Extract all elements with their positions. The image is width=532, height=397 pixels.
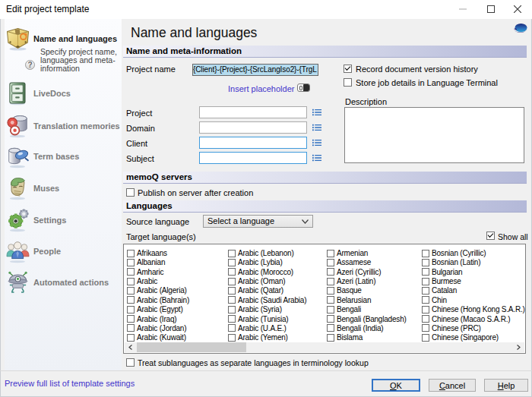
sidebar-item-livedocs[interactable]: LiveDocs	[5, 82, 122, 105]
sidebar-item-automated-actions[interactable]: Automated actions	[5, 271, 122, 294]
show-all-checkbox[interactable]	[486, 232, 495, 240]
language-checkbox[interactable]	[327, 259, 334, 266]
language-label: Assamese	[337, 259, 371, 266]
subject-list-button[interactable]	[311, 152, 323, 164]
domain-label: Domain	[126, 124, 155, 133]
language-checkbox[interactable]	[228, 250, 236, 257]
language-label: Arabic (Kuwait)	[137, 334, 186, 342]
sidebar-item-term-bases[interactable]: Term bases	[5, 145, 122, 168]
language-checkbox[interactable]	[228, 296, 236, 304]
sidebar-item-label: Muses	[33, 184, 59, 193]
language-checkbox[interactable]	[422, 259, 429, 266]
section-header-languages: Languages	[123, 200, 527, 213]
sidebar-item-label: Settings	[33, 216, 66, 225]
language-checkbox[interactable]	[422, 250, 429, 257]
language-label: Chin	[432, 297, 447, 304]
language-checkbox[interactable]	[327, 306, 334, 314]
description-textarea[interactable]	[344, 107, 524, 163]
scrollbar-thumb[interactable]	[137, 342, 246, 352]
language-label: Chinese (Macao S.A.R.)	[432, 316, 510, 323]
project-list-button[interactable]	[311, 106, 323, 118]
scroll-right-button[interactable]	[513, 342, 524, 352]
language-checkbox[interactable]	[228, 278, 236, 285]
language-checkbox[interactable]	[422, 315, 429, 323]
language-label: Arabic (Egypt)	[137, 306, 183, 314]
project-name-selected-text: {Client}-{Project}-{SrcLangIso2}-{TrgL	[193, 65, 318, 75]
language-label: Bengali	[337, 306, 361, 314]
insert-placeholder-link[interactable]: Insert placeholder	[228, 84, 294, 93]
language-label: Arabic (Lybia)	[238, 259, 283, 266]
scroll-left-icon	[128, 345, 132, 350]
project-input[interactable]	[199, 106, 307, 118]
language-checkbox[interactable]	[228, 324, 236, 332]
language-checkbox[interactable]	[422, 296, 429, 304]
publish-on-server-checkbox[interactable]	[126, 188, 135, 197]
language-label: Bengali (India)	[337, 325, 383, 332]
language-checkbox[interactable]	[422, 278, 429, 285]
project-name-input[interactable]: {Client}-{Project}-{SrcLangIso2}-{TrgL	[192, 64, 318, 76]
project-label: Project	[126, 109, 152, 118]
language-checkbox[interactable]	[422, 268, 429, 276]
gear-icon	[7, 209, 29, 231]
sidebar-item-muses[interactable]: Muses	[5, 177, 122, 200]
language-label: Arabic (Algeria)	[137, 287, 187, 295]
sidebar-item-settings[interactable]: Settings	[5, 209, 122, 232]
bullet-list-icon	[312, 109, 321, 116]
client-list-button[interactable]	[311, 137, 323, 149]
minimize-button[interactable]	[451, 0, 474, 18]
maximize-button[interactable]	[480, 0, 502, 18]
store-job-details-checkbox[interactable]	[344, 78, 352, 87]
language-checkbox[interactable]	[127, 334, 135, 342]
language-checkbox[interactable]	[228, 334, 236, 342]
subject-input[interactable]	[199, 152, 307, 164]
language-checkbox[interactable]	[327, 287, 334, 295]
placeholder-toggle-icon[interactable]	[297, 83, 310, 92]
record-version-history-checkbox[interactable]	[344, 65, 352, 73]
language-checkbox[interactable]	[327, 334, 334, 342]
sidebar-item-translation-memories[interactable]: Translation memories	[5, 115, 122, 137]
language-checkbox[interactable]	[127, 278, 135, 285]
language-checkbox[interactable]	[327, 268, 334, 276]
language-checkbox[interactable]	[127, 296, 135, 304]
treat-sublanguages-checkbox[interactable]	[126, 358, 135, 367]
termbase-icon	[7, 145, 29, 167]
language-checkbox[interactable]	[327, 296, 334, 304]
language-checkbox[interactable]	[327, 324, 334, 332]
language-checkbox[interactable]	[327, 250, 334, 257]
language-checkbox[interactable]	[422, 287, 429, 295]
domain-input[interactable]	[199, 121, 307, 134]
language-checkbox[interactable]	[422, 324, 429, 332]
language-checkbox[interactable]	[327, 278, 334, 285]
language-checkbox[interactable]	[422, 306, 429, 314]
language-checkbox[interactable]	[127, 324, 135, 332]
language-label: Arabic (Iraq)	[137, 316, 176, 323]
language-label: Arabic	[137, 278, 157, 285]
close-button[interactable]	[506, 0, 529, 18]
language-checkbox[interactable]	[228, 287, 236, 295]
language-checkbox[interactable]	[228, 268, 236, 276]
ok-button[interactable]: OK	[372, 379, 420, 392]
language-checkbox[interactable]	[127, 306, 135, 314]
help-button[interactable]: Help	[484, 379, 528, 392]
client-input[interactable]	[199, 137, 307, 149]
domain-list-button[interactable]	[311, 121, 323, 134]
sidebar-selected-description: Specify project name, languages and meta…	[40, 48, 119, 73]
language-checkbox[interactable]	[422, 334, 429, 342]
target-languages-label: Target language(s)	[126, 232, 196, 241]
preview-template-settings-link[interactable]: Preview full list of template settings	[5, 379, 135, 388]
language-checkbox[interactable]	[127, 250, 135, 257]
language-checkbox[interactable]	[127, 268, 135, 276]
language-checkbox[interactable]	[228, 259, 236, 266]
language-checkbox[interactable]	[127, 259, 135, 266]
scroll-left-button[interactable]	[125, 342, 136, 352]
horizontal-scrollbar[interactable]	[125, 342, 524, 352]
language-checkbox[interactable]	[228, 315, 236, 323]
language-checkbox[interactable]	[127, 287, 135, 295]
language-checkbox[interactable]	[228, 306, 236, 314]
language-checkbox[interactable]	[327, 315, 334, 323]
language-checkbox[interactable]	[127, 315, 135, 323]
cancel-button[interactable]: Cancel	[429, 379, 476, 392]
sidebar-item-people[interactable]: People	[5, 240, 122, 263]
bullet-list-icon	[312, 139, 321, 147]
source-language-dropdown[interactable]: Select a language	[203, 215, 313, 228]
